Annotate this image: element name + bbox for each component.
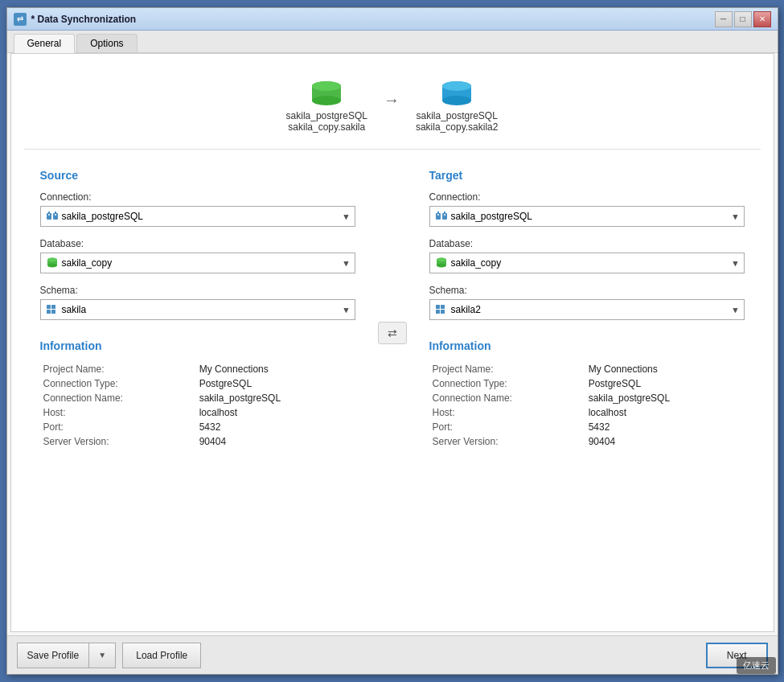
svg-point-7 bbox=[442, 81, 471, 91]
svg-point-27 bbox=[444, 214, 445, 216]
db-diagram: sakila_postgreSQL sakila_copy.sakila → bbox=[24, 67, 761, 150]
target-schema-select[interactable]: sakila2 bbox=[429, 299, 745, 320]
connection-icon bbox=[46, 210, 59, 223]
target-schema-group: Schema: sakila2 ▼ bbox=[429, 285, 745, 320]
arrow-right-icon: → bbox=[384, 91, 400, 109]
list-item: Server Version:90404 bbox=[429, 434, 745, 449]
tabs-bar: General Options bbox=[7, 31, 778, 53]
maximize-button[interactable]: □ bbox=[734, 11, 752, 27]
target-db-item: sakila_postgreSQL sakila_copy.sakila2 bbox=[416, 80, 499, 133]
target-info-table: Project Name:My ConnectionsConnection Ty… bbox=[429, 362, 745, 449]
target-database-select[interactable]: sakila_copy bbox=[429, 253, 745, 273]
source-column: Source Connection: bbox=[24, 162, 371, 455]
list-item: Connection Type:PostgreSQL bbox=[429, 376, 745, 391]
source-connection-label: Connection: bbox=[40, 191, 355, 203]
list-item: Port:5432 bbox=[40, 420, 355, 434]
schema-icon-target bbox=[435, 304, 448, 315]
svg-point-31 bbox=[437, 258, 446, 262]
target-schema-select-wrapper[interactable]: sakila2 ▼ bbox=[429, 299, 745, 320]
source-db-icon bbox=[309, 80, 344, 107]
save-profile-dropdown-button[interactable]: ▼ bbox=[88, 643, 116, 668]
source-info-title: Information bbox=[40, 339, 355, 352]
svg-point-13 bbox=[55, 214, 56, 216]
list-item: Host:localhost bbox=[429, 405, 745, 420]
target-database-label: Database: bbox=[429, 238, 745, 249]
source-database-group: Database: sakila_copy bbox=[40, 238, 355, 273]
list-item: Project Name:My Connections bbox=[429, 362, 745, 376]
source-database-select[interactable]: sakila_copy bbox=[40, 253, 355, 273]
tab-general[interactable]: General bbox=[14, 34, 76, 53]
target-info-title: Information bbox=[429, 339, 745, 352]
source-connection-group: Connection: bbox=[40, 191, 355, 227]
title-bar: ⇄ * Data Synchronization ─ □ ✕ bbox=[7, 8, 778, 31]
source-database-select-wrapper[interactable]: sakila_copy ▼ bbox=[40, 253, 355, 273]
list-item: Connection Name:sakila_postgreSQL bbox=[40, 391, 355, 405]
window-controls: ─ □ ✕ bbox=[715, 11, 771, 27]
col-divider: ⇄ bbox=[371, 162, 413, 455]
target-db-icon bbox=[439, 80, 474, 107]
tab-content: sakila_postgreSQL sakila_copy.sakila → bbox=[10, 53, 774, 632]
source-schema-label: Schema: bbox=[40, 285, 355, 296]
source-connection-select-wrapper[interactable]: sakila_postgreSQL ▼ bbox=[40, 206, 355, 227]
svg-rect-33 bbox=[441, 305, 445, 309]
watermark: 亿速云 bbox=[737, 657, 776, 674]
target-connection-select-wrapper[interactable]: sakila_postgreSQL ▼ bbox=[429, 206, 745, 227]
target-db-label: sakila_postgreSQL sakila_copy.sakila2 bbox=[416, 110, 499, 133]
database-icon-green bbox=[46, 257, 59, 269]
source-connection-select[interactable]: sakila_postgreSQL bbox=[40, 206, 355, 227]
source-database-label: Database: bbox=[40, 238, 355, 249]
svg-point-24 bbox=[437, 214, 439, 216]
svg-point-30 bbox=[437, 264, 446, 268]
source-title: Source bbox=[40, 169, 355, 182]
main-window: ⇄ * Data Synchronization ─ □ ✕ General O… bbox=[6, 7, 778, 675]
svg-rect-23 bbox=[437, 212, 439, 214]
list-item: Project Name:My Connections bbox=[40, 362, 355, 376]
list-item: Port:5432 bbox=[429, 420, 745, 434]
target-connection-group: Connection: bbox=[429, 191, 745, 227]
svg-rect-32 bbox=[436, 305, 440, 309]
target-connection-select[interactable]: sakila_postgreSQL bbox=[429, 206, 745, 227]
target-column: Target Connection: bbox=[413, 162, 761, 455]
source-info-section: Information Project Name:My ConnectionsC… bbox=[40, 336, 355, 449]
save-profile-split-button: Save Profile ▼ bbox=[17, 643, 117, 668]
list-item: Connection Name:sakila_postgreSQL bbox=[429, 391, 745, 405]
svg-rect-26 bbox=[444, 212, 445, 214]
list-item: Host:localhost bbox=[40, 405, 355, 420]
close-button[interactable]: ✕ bbox=[753, 11, 771, 27]
svg-point-2 bbox=[312, 96, 341, 105]
tab-options[interactable]: Options bbox=[76, 34, 137, 52]
save-profile-button[interactable]: Save Profile bbox=[17, 643, 89, 668]
swap-button[interactable]: ⇄ bbox=[378, 322, 407, 344]
svg-point-3 bbox=[312, 81, 341, 91]
target-database-select-wrapper[interactable]: sakila_copy ▼ bbox=[429, 253, 745, 273]
footer-left: Save Profile ▼ Load Profile bbox=[17, 643, 202, 668]
list-item: Connection Type:PostgreSQL bbox=[40, 376, 355, 391]
target-database-group: Database: sakila_copy bbox=[429, 238, 745, 273]
svg-point-17 bbox=[47, 258, 57, 262]
svg-point-10 bbox=[48, 214, 50, 216]
svg-rect-35 bbox=[441, 310, 445, 314]
svg-rect-9 bbox=[48, 212, 50, 214]
svg-point-16 bbox=[47, 264, 57, 268]
svg-rect-34 bbox=[436, 310, 440, 314]
target-schema-label: Schema: bbox=[429, 285, 745, 296]
list-item: Server Version:90404 bbox=[40, 434, 355, 449]
load-profile-button[interactable]: Load Profile bbox=[122, 643, 201, 668]
minimize-button[interactable]: ─ bbox=[715, 11, 733, 27]
source-schema-select-wrapper[interactable]: sakila ▼ bbox=[40, 299, 355, 320]
target-connection-label: Connection: bbox=[429, 191, 745, 203]
target-info-section: Information Project Name:My ConnectionsC… bbox=[429, 336, 745, 449]
target-title: Target bbox=[429, 169, 745, 182]
source-info-table: Project Name:My ConnectionsConnection Ty… bbox=[40, 362, 355, 449]
svg-rect-20 bbox=[47, 310, 51, 314]
app-icon: ⇄ bbox=[14, 13, 27, 26]
svg-rect-21 bbox=[51, 310, 55, 314]
svg-point-6 bbox=[442, 96, 471, 105]
source-db-item: sakila_postgreSQL sakila_copy.sakila bbox=[286, 80, 367, 133]
window-title: * Data Synchronization bbox=[31, 14, 715, 25]
target-connection-icon bbox=[435, 210, 448, 223]
svg-rect-18 bbox=[47, 305, 51, 309]
svg-rect-12 bbox=[55, 212, 56, 214]
database-icon-target bbox=[435, 257, 448, 269]
source-schema-select[interactable]: sakila bbox=[40, 299, 355, 320]
